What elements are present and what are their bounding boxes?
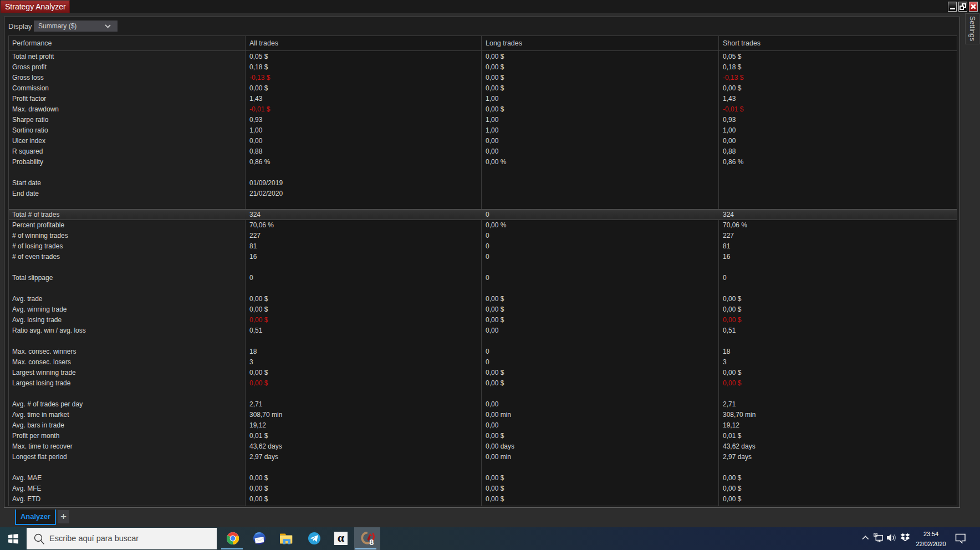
svg-text:8: 8 bbox=[370, 538, 374, 546]
